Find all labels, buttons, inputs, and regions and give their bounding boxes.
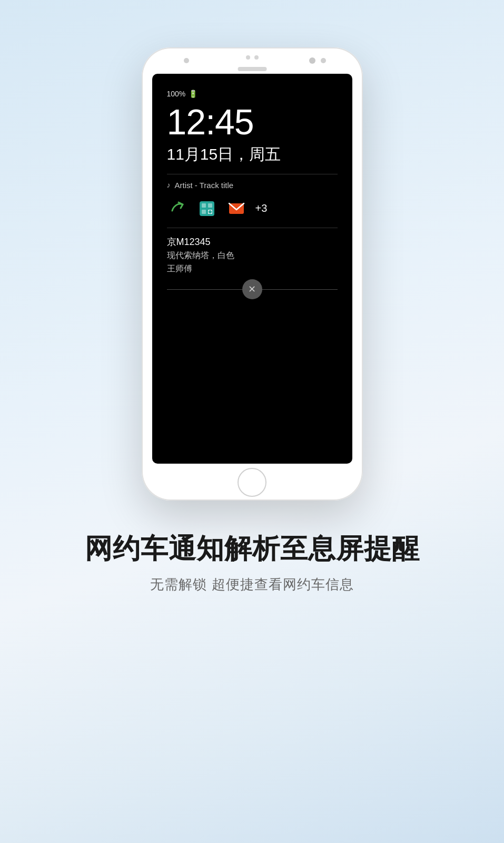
battery-icon: 🔋 — [189, 90, 197, 98]
close-button[interactable]: ✕ — [242, 279, 262, 299]
swipe-line-left — [167, 289, 252, 290]
svg-rect-1 — [202, 203, 206, 208]
dot2 — [254, 55, 259, 60]
close-icon: ✕ — [248, 283, 256, 295]
svg-point-5 — [209, 210, 212, 213]
status-bar: 100% 🔋 — [167, 90, 338, 98]
swipe-dismiss-row: ✕ — [167, 289, 338, 290]
phone-bottom-bar — [142, 464, 363, 501]
speaker-grille — [238, 67, 266, 71]
ride-car-model: 现代索纳塔，白色 — [167, 250, 338, 261]
phone-mockup: 100% 🔋 12:45 11月15日，周五 ♪ Artist - Track … — [142, 47, 363, 501]
missed-call-icon — [167, 198, 188, 219]
sensor-dots-center — [246, 55, 259, 60]
phone-top-bar — [142, 47, 363, 74]
swipe-line-right — [252, 289, 338, 290]
headline: 网约车通知解析至息屏提醒 — [32, 532, 472, 565]
music-note-icon: ♪ — [167, 181, 171, 189]
notification-icons-row: +3 — [167, 198, 338, 219]
home-button[interactable] — [238, 468, 266, 497]
music-track-text: Artist - Track title — [175, 181, 234, 190]
subtext: 无需解锁 超便捷查看网约车信息 — [32, 575, 472, 594]
music-row: ♪ Artist - Track title — [167, 181, 338, 190]
sensor-dot-left — [184, 58, 189, 63]
ride-plate: 京M12345 — [167, 236, 338, 248]
front-camera — [309, 57, 315, 64]
ride-driver-name: 王师傅 — [167, 263, 338, 275]
sensor-dot-right — [321, 58, 326, 63]
clock-date: 11月15日，周五 — [167, 144, 338, 165]
phone-screen: 100% 🔋 12:45 11月15日，周五 ♪ Artist - Track … — [152, 74, 352, 464]
dot1 — [246, 55, 250, 60]
more-notifications-count: +3 — [255, 202, 268, 214]
svg-rect-2 — [208, 203, 212, 208]
svg-rect-0 — [200, 201, 214, 216]
divider-1 — [167, 174, 338, 174]
battery-percent: 100% — [167, 90, 186, 98]
svg-rect-3 — [202, 210, 206, 214]
text-section: 网约车通知解析至息屏提醒 无需解锁 超便捷查看网约车信息 — [0, 532, 504, 594]
divider-2 — [167, 228, 338, 228]
gallery-icon — [196, 198, 218, 219]
phone-frame: 100% 🔋 12:45 11月15日，周五 ♪ Artist - Track … — [142, 47, 363, 501]
clock-time: 12:45 — [167, 102, 338, 142]
ride-info-card: 京M12345 现代索纳塔，白色 王师傅 — [167, 236, 338, 275]
email-icon — [226, 198, 247, 219]
